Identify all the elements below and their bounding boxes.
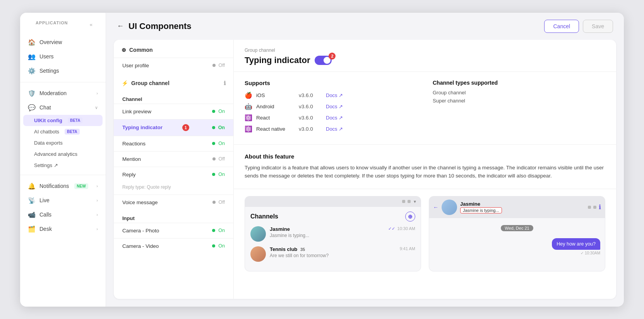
- mention-item[interactable]: Mention Off: [114, 151, 233, 167]
- sidebar-item-users[interactable]: 👥 Users: [20, 49, 106, 64]
- camera-photo-status: On: [212, 228, 225, 233]
- sidebar-item-overview[interactable]: 🏠 Overview: [20, 35, 106, 49]
- react-native-icon: ⚛️: [245, 125, 252, 133]
- typing-indicator-status: On: [212, 125, 225, 130]
- user-profile-status: Off: [212, 63, 225, 68]
- android-docs-link[interactable]: Docs ↗: [326, 104, 343, 109]
- voice-message-item[interactable]: Voice message Off: [114, 194, 233, 210]
- chat-info-icon[interactable]: ℹ: [599, 203, 601, 211]
- mention-label: Mention: [122, 156, 141, 162]
- preview-channels-body: Channels ⊕ Jasmine: [245, 207, 421, 271]
- save-button[interactable]: Save: [583, 20, 613, 33]
- check-icon: ✓✓: [388, 226, 395, 231]
- bubble-row: Hey how are you? ✓ 10:30AM: [434, 238, 600, 255]
- user-profile-label: User profile: [122, 63, 149, 68]
- sidebar-item-desk[interactable]: 🗂️ Desk ›: [20, 222, 106, 236]
- desk-icon: 🗂️: [28, 225, 36, 233]
- right-top: Group channel Typing indicator 2: [234, 40, 616, 72]
- preview-channel-tennis[interactable]: Tennis club 35 9:41 AM Are we still on f…: [250, 246, 415, 262]
- typing-indicator-preview: Jasmine is typing...: [460, 207, 502, 213]
- react-docs-link[interactable]: Docs ↗: [326, 115, 343, 121]
- ios-icon: 🍎: [245, 92, 252, 99]
- camera-photo-item[interactable]: Camera - Photo On: [114, 223, 233, 238]
- preview-channel-jasmine[interactable]: Jasmine ✓✓ 10:30 AM Jasmine is typing...: [250, 226, 415, 242]
- right-panel: Group channel Typing indicator 2 Sup: [234, 40, 616, 299]
- ai-chatbots-label: AI chatbots: [34, 129, 59, 135]
- calls-icon: 📹: [28, 211, 36, 218]
- settings-icon: ⚙️: [28, 67, 36, 75]
- reactions-label: Reactions: [122, 141, 146, 147]
- tennis-name: Tennis club 35: [270, 246, 305, 252]
- chat-name: Jasmine: [460, 201, 585, 207]
- reply-label: Reply: [122, 172, 136, 177]
- chat-bubble: Hey how are you?: [552, 238, 600, 250]
- jasmine-preview-msg: Jasmine is typing...: [270, 233, 415, 238]
- ios-name: iOS: [256, 92, 299, 98]
- reply-item[interactable]: Reply On: [114, 167, 233, 182]
- sidebar-item-advanced-analytics[interactable]: Advanced analytics: [20, 148, 106, 160]
- chevron-right-icon: ›: [96, 91, 98, 96]
- sidebar-item-ai-chatbots[interactable]: AI chatbots BETA: [20, 126, 106, 137]
- tennis-member-count: 35: [300, 247, 305, 252]
- reply-status: On: [212, 172, 225, 177]
- preview-dot-2: [408, 200, 411, 203]
- sidebar-settings-label: Settings: [39, 68, 59, 74]
- reactions-item[interactable]: Reactions On: [114, 136, 233, 151]
- sidebar-item-calls[interactable]: 📹 Calls ›: [20, 208, 106, 222]
- content-area: ⊕ Common User profile Off ⚡ Group channe…: [106, 40, 624, 307]
- reactions-dot: [212, 142, 215, 145]
- channel-label: Group channel: [245, 48, 605, 53]
- page-title: UI Components: [128, 21, 192, 31]
- sidebar-item-uikit-config[interactable]: UIKit config BETA: [23, 115, 103, 126]
- jasmine-channel-name-row: Jasmine ✓✓ 10:30 AM: [270, 226, 415, 232]
- notifications-icon: 🔔: [28, 183, 36, 190]
- tennis-time: 9:41 AM: [400, 246, 415, 252]
- typing-indicator-item[interactable]: Typing indicator 1 On: [114, 119, 233, 136]
- sidebar-collapse-button[interactable]: «: [90, 22, 98, 27]
- beta-badge: BETA: [68, 118, 82, 123]
- camera-video-item[interactable]: Camera - Video On: [114, 238, 233, 254]
- sidebar-users-label: Users: [39, 53, 54, 60]
- platform-ios: 🍎 iOS v3.6.0 Docs ↗: [245, 92, 417, 99]
- cancel-button[interactable]: Cancel: [544, 20, 579, 33]
- user-profile-dot: [212, 64, 216, 67]
- sidebar-item-moderation[interactable]: 🛡️ Moderation ›: [20, 86, 106, 101]
- sidebar-item-chat-settings[interactable]: Settings ↗: [20, 160, 106, 171]
- chat-icon: 💬: [28, 104, 36, 111]
- link-preview-item[interactable]: Link preview On: [114, 104, 233, 119]
- preview-dropdown-icon: ▼: [413, 200, 417, 204]
- sidebar-section-label: APPLICATION: [28, 20, 75, 29]
- link-preview-dot: [212, 110, 215, 113]
- react-name: React: [256, 115, 299, 121]
- channel-section-title: Channel: [114, 91, 233, 104]
- live-icon: 📡: [28, 197, 36, 204]
- preview-back-icon[interactable]: ←: [433, 204, 438, 210]
- date-divider: Wed, Dec 21: [501, 225, 533, 231]
- jasmine-avatar: [250, 226, 266, 242]
- reply-type-label: Reply type: Quote reply: [114, 182, 233, 194]
- link-preview-label: Link preview: [122, 109, 151, 114]
- common-icon: ⊕: [122, 47, 126, 53]
- sidebar-item-notifications[interactable]: 🔔 Notifications NEW ›: [20, 179, 106, 193]
- sidebar-item-data-exports[interactable]: Data exports: [20, 137, 106, 148]
- info-icon: ℹ: [224, 80, 226, 86]
- user-profile-item[interactable]: User profile Off: [114, 58, 233, 73]
- sidebar-notifications-label: Notifications: [39, 183, 69, 189]
- react-icon: ⚛️: [245, 114, 252, 121]
- camera-photo-dot: [212, 229, 215, 232]
- preview-section: ▼ Channels ⊕: [234, 189, 616, 278]
- preview-add-channel-button[interactable]: ⊕: [405, 212, 415, 222]
- sidebar-item-settings[interactable]: ⚙️ Settings: [20, 64, 106, 78]
- ios-docs-link[interactable]: Docs ↗: [326, 92, 343, 98]
- moderation-icon: 🛡️: [28, 90, 36, 97]
- sidebar-item-live[interactable]: 📡 Live ›: [20, 193, 106, 208]
- common-section-header: ⊕ Common: [114, 40, 233, 58]
- common-title: Common: [129, 47, 153, 53]
- data-exports-label: Data exports: [34, 140, 63, 146]
- react-native-docs-link[interactable]: Docs ↗: [326, 126, 343, 132]
- sidebar-item-chat[interactable]: 💬 Chat ∨: [20, 101, 106, 115]
- header-actions: Cancel Save: [544, 20, 613, 33]
- back-button[interactable]: ←: [117, 22, 124, 30]
- camera-video-label: Camera - Video: [122, 243, 159, 249]
- preview-channels-title: Channels ⊕: [250, 212, 415, 222]
